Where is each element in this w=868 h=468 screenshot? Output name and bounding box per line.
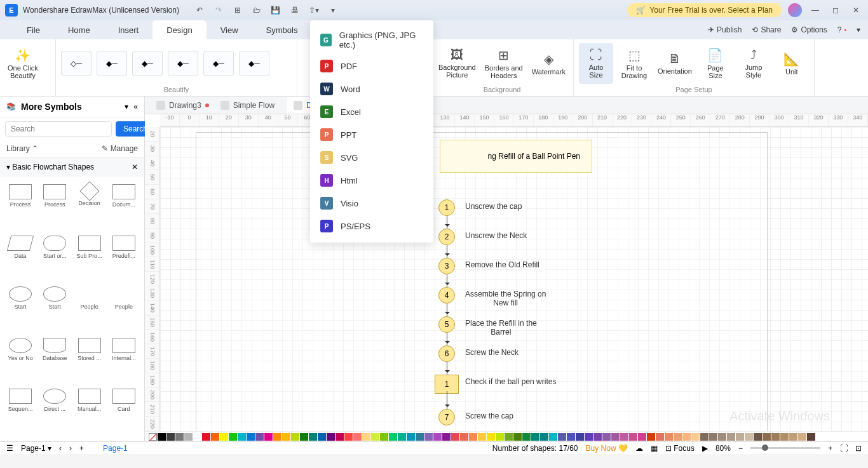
flowchart-title-box[interactable]: ng Refill of a Ball Point Pen (440, 140, 592, 173)
prev-page-icon[interactable]: ‹ (59, 444, 62, 453)
color-swatch-5[interactable] (202, 433, 210, 441)
color-swatch-27[interactable] (398, 433, 406, 441)
fit-icon[interactable]: ⛶ (840, 444, 848, 453)
borders-headers-button[interactable]: ⊞Borders and Headers (482, 43, 526, 84)
flow-text-4[interactable]: Place the Refill in the Barrel (465, 319, 537, 337)
color-swatch-0[interactable] (158, 433, 166, 441)
color-swatch-38[interactable] (496, 433, 504, 441)
style-thumb-6[interactable]: ◆─ (239, 51, 269, 76)
print-icon[interactable]: 🖶 (290, 5, 300, 15)
no-color-icon[interactable] (149, 433, 157, 441)
page-dropdown[interactable]: Page-1 ▾ (21, 444, 51, 453)
library-dropdown[interactable]: Library ⌃ (6, 144, 38, 153)
color-swatch-6[interactable] (211, 433, 219, 441)
color-swatch-63[interactable] (718, 433, 726, 441)
presentation-icon[interactable]: ▶ (702, 444, 708, 453)
style-thumb-4[interactable]: ◆─ (168, 51, 198, 76)
color-swatch-31[interactable] (433, 433, 442, 441)
shape-15[interactable]: Internal... (107, 335, 140, 385)
shape-5[interactable]: Start or... (38, 233, 71, 283)
flow-step-7[interactable]: 7 (438, 409, 455, 425)
shape-17[interactable]: Direct ... (38, 386, 71, 436)
color-swatch-47[interactable] (576, 433, 584, 441)
color-swatch-16[interactable] (300, 433, 308, 441)
shape-2[interactable]: Decision (73, 182, 106, 232)
flow-text-3[interactable]: Assemble the Spring on New fill (465, 290, 546, 307)
color-swatch-15[interactable] (291, 433, 299, 441)
style-thumb-5[interactable]: ◆─ (203, 51, 234, 76)
shape-8[interactable]: Start (4, 284, 37, 334)
color-swatch-1[interactable] (166, 433, 175, 441)
shape-6[interactable]: Sub Pro... (73, 233, 106, 283)
more-icon[interactable]: ▾ (328, 5, 338, 15)
more-symbols-title[interactable]: More Symbols (21, 102, 119, 112)
shape-7[interactable]: Predefi... (107, 233, 140, 283)
color-swatch-54[interactable] (638, 433, 646, 441)
shape-3[interactable]: Docum... (107, 182, 140, 232)
color-swatch-42[interactable] (531, 433, 539, 441)
color-swatch-14[interactable] (282, 433, 290, 441)
color-swatch-60[interactable] (691, 433, 700, 441)
color-swatch-55[interactable] (647, 433, 655, 441)
flow-text-5[interactable]: Screw the Neck (465, 348, 519, 357)
color-swatch-72[interactable] (798, 433, 806, 441)
shape-11[interactable]: People (107, 284, 140, 334)
doc-tab-1[interactable]: Simple Flow (214, 97, 286, 114)
flow-step-2[interactable]: 3 (438, 258, 455, 274)
shape-4[interactable]: Data (4, 233, 37, 283)
export-item-5[interactable]: SSVG (310, 146, 433, 169)
auto-size-button[interactable]: ⛶Auto Size (579, 43, 613, 84)
focus-button[interactable]: ⊡ Focus (665, 444, 695, 453)
color-swatch-45[interactable] (558, 433, 566, 441)
color-swatch-13[interactable] (273, 433, 281, 441)
color-swatch-44[interactable] (549, 433, 557, 441)
color-swatch-26[interactable] (389, 433, 397, 441)
color-swatch-10[interactable] (247, 433, 255, 441)
color-swatch-28[interactable] (407, 433, 415, 441)
color-swatch-18[interactable] (318, 433, 326, 441)
menu-symbols[interactable]: Symbols (252, 20, 312, 39)
color-swatch-17[interactable] (309, 433, 317, 441)
shape-1[interactable]: Process (38, 182, 71, 232)
share-button[interactable]: ⟲ Share (752, 25, 781, 34)
flow-step-5[interactable]: 6 (438, 345, 455, 362)
color-swatch-23[interactable] (362, 433, 370, 441)
color-swatch-67[interactable] (754, 433, 762, 441)
export-item-3[interactable]: EExcel (310, 100, 433, 123)
color-swatch-46[interactable] (567, 433, 575, 441)
style-thumb-2[interactable]: ◆─ (97, 51, 127, 76)
shape-14[interactable]: Stored ... (73, 335, 106, 385)
color-swatch-3[interactable] (184, 433, 193, 441)
color-swatch-34[interactable] (460, 433, 468, 441)
style-thumb-1[interactable]: ◇─ (61, 51, 92, 76)
color-swatch-30[interactable] (424, 433, 433, 441)
background-picture-button[interactable]: 🖼Background Picture (436, 43, 478, 84)
menu-insert[interactable]: Insert (104, 20, 153, 39)
search-input[interactable] (5, 121, 112, 137)
color-swatch-35[interactable] (469, 433, 477, 441)
zoom-in-icon[interactable]: + (828, 444, 832, 453)
color-swatch-51[interactable] (611, 433, 620, 441)
close-section-icon[interactable]: ✕ (132, 163, 138, 171)
orientation-button[interactable]: 🗎Orientation (655, 43, 695, 84)
zoom-out-icon[interactable]: − (738, 444, 743, 453)
color-swatch-40[interactable] (513, 433, 522, 441)
manage-button[interactable]: ✎ Manage (102, 144, 138, 153)
add-page-icon[interactable]: + (79, 444, 84, 453)
color-swatch-22[interactable] (353, 433, 362, 441)
color-swatch-36[interactable] (478, 433, 486, 441)
style-thumb-3[interactable]: ◆─ (132, 51, 163, 76)
flow-step-0[interactable]: 1 (438, 199, 455, 216)
flow-text-7[interactable]: Screw the cap (465, 411, 513, 420)
cloud-icon[interactable]: ☁ (635, 444, 643, 453)
color-swatch-58[interactable] (674, 433, 682, 441)
collapse-panel-icon[interactable]: « (133, 102, 138, 111)
flow-step-1[interactable]: 2 (438, 229, 455, 245)
flow-text-1[interactable]: Unscrew the Neck (465, 231, 527, 240)
shape-19[interactable]: Card (107, 386, 140, 436)
color-swatch-73[interactable] (807, 433, 815, 441)
color-swatch-11[interactable] (255, 433, 264, 441)
publish-button[interactable]: ✈ Publish (708, 25, 742, 34)
color-swatch-56[interactable] (656, 433, 664, 441)
flow-step-3[interactable]: 4 (438, 287, 455, 304)
